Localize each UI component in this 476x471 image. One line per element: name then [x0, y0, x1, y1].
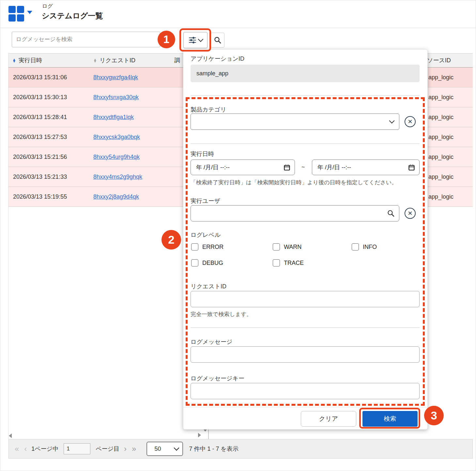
- execution-datetime-label: 実行日時: [191, 150, 214, 158]
- chevron-down-icon: [174, 445, 179, 451]
- request-id-input[interactable]: [191, 291, 420, 307]
- next-page-button[interactable]: ›: [124, 444, 127, 453]
- request-id-link[interactable]: 8hxxydtflga1lqk: [93, 114, 134, 120]
- datetime-from-input[interactable]: 年 /月/日 --:--: [191, 160, 295, 175]
- column-header-request-id[interactable]: ▲▼ リクエストID: [93, 56, 174, 64]
- chevron-down-icon: [389, 118, 395, 124]
- application-id-field: sample_app: [191, 65, 420, 82]
- cell-execution-datetime: 2026/03/13 15:27:53: [8, 134, 93, 141]
- hscroll-left-arrow[interactable]: [9, 433, 12, 438]
- checkbox-icon[interactable]: [352, 243, 359, 251]
- total-pages-label: 1ページ中: [31, 445, 58, 453]
- sort-icon[interactable]: ▲▼: [12, 58, 16, 62]
- page-number-input[interactable]: [64, 443, 90, 454]
- cell-execution-datetime: 2026/03/13 15:21:56: [8, 154, 93, 160]
- filter-panel: アプリケーションID sample_app 製品カテゴリ ✕ 実行日時 年 /月…: [183, 49, 428, 430]
- execution-user-input-wrap: [191, 205, 399, 221]
- app-kicker: ログ: [42, 3, 53, 10]
- cell-source-id: app_logic: [427, 174, 473, 180]
- product-category-clear-icon[interactable]: ✕: [405, 116, 416, 127]
- log-message-search-input[interactable]: [12, 32, 160, 47]
- cell-execution-datetime: 2026/03/13 15:28:41: [8, 114, 93, 121]
- request-id-label: リクエストID: [191, 282, 226, 290]
- log-level-label: ログレベル: [191, 231, 221, 239]
- checkbox-icon[interactable]: [273, 259, 280, 266]
- datetime-note: 「検索終了実行日時」は「検索開始実行日時」より後の日時を指定してください。: [191, 179, 397, 186]
- step-badge-1: 1: [158, 31, 175, 48]
- column-header-execution-datetime[interactable]: ▲▼ 実行日時: [8, 56, 93, 64]
- page-size-select[interactable]: 50: [146, 442, 183, 456]
- table-left-edge: [8, 53, 8, 439]
- cell-execution-datetime: 2026/03/13 15:30:13: [8, 94, 93, 101]
- range-separator: ~: [301, 164, 305, 171]
- result-summary: 7 件中 1 - 7 を表示: [189, 445, 238, 453]
- request-id-link[interactable]: 8hxxy4ms2g9ghqk: [93, 174, 142, 180]
- search-icon: [214, 37, 221, 44]
- calendar-icon[interactable]: [284, 164, 290, 171]
- product-category-label: 製品カテゴリ: [191, 106, 226, 114]
- log-level-option[interactable]: ERROR: [191, 243, 223, 251]
- log-level-option[interactable]: INFO: [352, 243, 377, 251]
- product-category-select[interactable]: [191, 114, 399, 130]
- cell-source-id: app_logic: [427, 154, 473, 160]
- checkbox-icon[interactable]: [273, 243, 280, 251]
- first-page-button[interactable]: «: [15, 444, 19, 453]
- cell-source-id: app_logic: [427, 193, 473, 200]
- step-badge-3: 3: [424, 406, 444, 425]
- system-log-page: ログ システムログ一覧 ▲▼ 実行日: [0, 0, 476, 471]
- request-id-link[interactable]: 8hxxy2j8ag9d4qk: [93, 193, 139, 200]
- chevron-down-icon: [198, 37, 203, 42]
- hscroll-right-arrow[interactable]: [198, 433, 201, 437]
- request-id-link[interactable]: 8hxxy54urg9h4qk: [93, 154, 140, 160]
- application-id-label: アプリケーションID: [191, 55, 244, 63]
- cell-source-id: app_logic: [427, 134, 473, 141]
- calendar-icon[interactable]: [408, 164, 415, 171]
- pagination-bar: « ‹ 1ページ中 ページ目 › » 50 7 件中 1 - 7 を表示: [8, 439, 473, 459]
- search-button[interactable]: 検索: [362, 411, 418, 427]
- execution-user-label: 実行ユーザ: [191, 197, 220, 205]
- execution-user-input[interactable]: [191, 210, 387, 217]
- last-page-button[interactable]: »: [132, 444, 136, 453]
- cell-source-id: app_logic: [427, 114, 473, 121]
- log-message-key-label: ログメッセージキー: [191, 374, 244, 382]
- request-id-link[interactable]: 8hxxygwzfga4lqk: [93, 74, 138, 81]
- log-level-option[interactable]: DEBUG: [191, 259, 223, 266]
- request-id-note: 完全一致で検索します。: [191, 311, 252, 318]
- cell-source-id: app_logic: [427, 74, 473, 81]
- execution-user-clear-icon[interactable]: ✕: [405, 208, 416, 219]
- checkbox-icon[interactable]: [191, 259, 198, 266]
- cell-execution-datetime: 2026/03/13 15:31:06: [8, 74, 93, 81]
- request-id-link[interactable]: 8hxxyfsnxga30qk: [93, 94, 139, 100]
- app-launcher-icon[interactable]: [8, 6, 24, 22]
- checkbox-icon[interactable]: [191, 243, 198, 251]
- clear-button[interactable]: クリア: [301, 411, 356, 427]
- search-icon[interactable]: [387, 210, 394, 217]
- prev-page-button[interactable]: ‹: [24, 444, 27, 453]
- log-level-option[interactable]: WARN: [273, 243, 301, 251]
- log-level-option[interactable]: TRACE: [273, 259, 304, 266]
- request-id-link[interactable]: 8hxxycsk3ga0bqk: [93, 134, 140, 140]
- sliders-icon: [189, 37, 196, 44]
- page-title: システムログ一覧: [42, 11, 103, 21]
- sort-icon[interactable]: ▲▼: [93, 58, 97, 62]
- app-launcher-caret-icon[interactable]: [27, 11, 32, 14]
- search-submit-button[interactable]: [211, 33, 224, 48]
- log-message-label: ログメッセージ: [191, 338, 233, 346]
- datetime-to-input[interactable]: 年 /月/日 --:--: [312, 160, 420, 175]
- log-message-key-input[interactable]: [191, 383, 420, 399]
- column-header-source-id[interactable]: ソースID: [427, 56, 473, 64]
- log-message-input[interactable]: [191, 346, 420, 363]
- cell-execution-datetime: 2026/03/13 15:19:55: [8, 193, 93, 200]
- filter-toggle-button[interactable]: [183, 32, 207, 48]
- cell-execution-datetime: 2026/03/13 15:21:33: [8, 174, 93, 180]
- page-suffix-label: ページ目: [96, 445, 119, 453]
- app-header: ログ システムログ一覧: [0, 0, 476, 28]
- step-badge-2: 2: [161, 230, 181, 250]
- cell-source-id: app_logic: [427, 94, 473, 101]
